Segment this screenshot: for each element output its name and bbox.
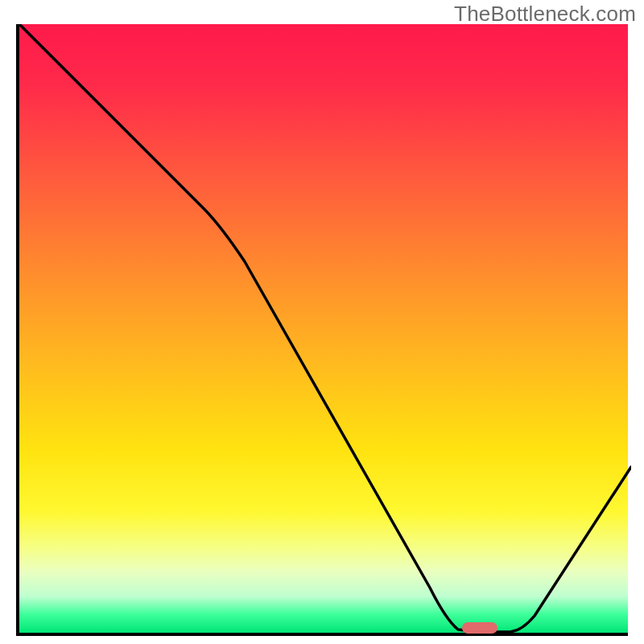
plot-area (16, 24, 628, 636)
bottleneck-curve (19, 24, 631, 636)
optimum-marker (462, 622, 497, 634)
watermark-text: TheBottleneck.com (454, 2, 636, 27)
curve-path (19, 24, 631, 632)
chart-container: TheBottleneck.com (0, 0, 644, 644)
